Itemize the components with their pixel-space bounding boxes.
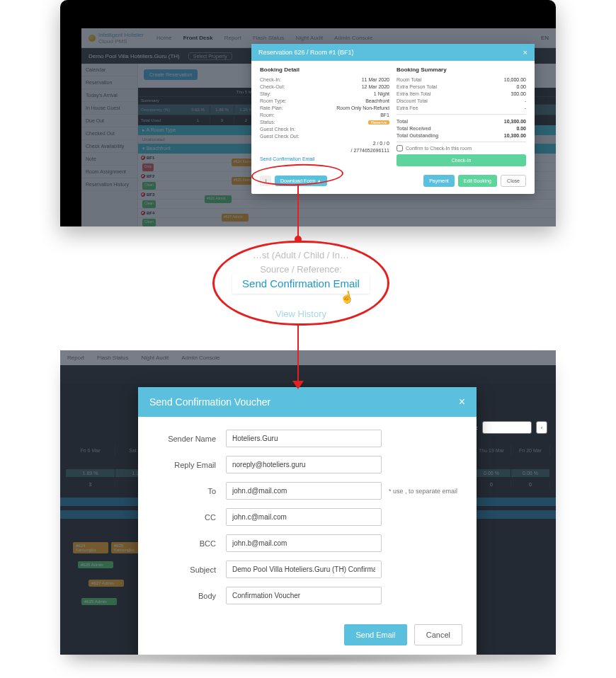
bcc-input[interactable] — [226, 534, 382, 552]
status-badge: Reserve — [368, 120, 389, 125]
cc-input[interactable] — [226, 508, 382, 526]
date-input[interactable] — [482, 421, 532, 434]
bottom-screenshot: Report Flash Status Night Audit Admin Co… — [60, 350, 556, 655]
subject-label: Subject — [155, 565, 226, 574]
annotation-dot — [295, 236, 302, 243]
sender-label: Sender Name — [155, 435, 226, 443]
reply-label: Reply Email — [155, 461, 226, 469]
body-input[interactable] — [226, 587, 382, 604]
to-label: To — [155, 487, 226, 495]
magnified-callout: …st (Adult / Child / In… Source / Refere… — [212, 241, 389, 326]
confirm-checkin-label: Confirm to Check-In this room — [406, 146, 472, 151]
confirm-checkin-checkbox[interactable] — [397, 145, 403, 151]
reply-input[interactable] — [226, 456, 382, 473]
top-screenshot-device: Intelligent Hotelier Cloud PMS Home Fron… — [60, 0, 556, 226]
annotation-arrow-icon — [292, 381, 304, 389]
cc-label: CC — [155, 513, 226, 522]
date-nav: Date: ‹ — [464, 421, 547, 434]
separator-note: * use , to separate email — [389, 488, 457, 495]
cursor-hand-icon: ☝ — [339, 289, 355, 304]
booking-summary-title: Booking Summary — [397, 67, 526, 73]
modal-title: Reservation 626 / Room #1 (BF1) — [258, 49, 354, 56]
checkin-button[interactable]: Check-In — [397, 154, 526, 166]
close-icon[interactable]: × — [523, 48, 527, 57]
booking-detail-title: Booking Detail — [260, 67, 389, 73]
callout-faded-text: …st (Adult / Child / In… — [253, 250, 349, 260]
annotation-line — [297, 326, 299, 382]
send-confirmation-voucher-modal: Send Confirmation Voucher × Sender Name … — [138, 387, 477, 655]
annotation-line — [297, 185, 299, 239]
payment-button[interactable]: Payment — [423, 175, 455, 187]
send-email-button[interactable]: Send Email — [344, 624, 406, 645]
close-icon[interactable]: × — [459, 396, 465, 408]
cancel-button[interactable]: Cancel — [414, 624, 462, 645]
close-button[interactable]: Close — [501, 175, 526, 187]
body-label: Body — [155, 592, 226, 600]
modal-header: Reservation 626 / Room #1 (BF1) × — [251, 44, 535, 61]
sender-input[interactable] — [226, 430, 382, 447]
callout-view-history[interactable]: View History — [275, 309, 326, 319]
subject-input[interactable] — [226, 561, 382, 578]
edit-booking-button[interactable]: Edit Booking — [458, 175, 497, 187]
bcc-label: BCC — [155, 539, 226, 548]
send-confirmation-email-link[interactable]: Send Confirmation Email — [260, 154, 314, 164]
modal2-title: Send Confirmation Voucher — [149, 396, 270, 408]
date-prev-button[interactable]: ‹ — [536, 421, 547, 434]
to-input[interactable] — [226, 482, 382, 500]
